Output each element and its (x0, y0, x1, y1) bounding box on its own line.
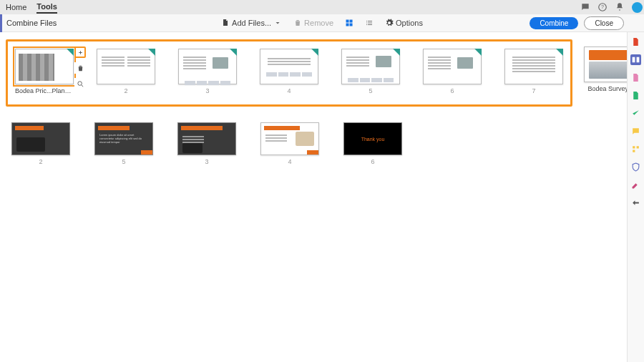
grid-icon (345, 19, 353, 27)
thumb-4-slide[interactable] (260, 49, 318, 84)
app-tabbar: Home Tools ? (0, 0, 644, 14)
dark-thumb-1[interactable]: 2 (11, 122, 70, 165)
tab-tools[interactable]: Tools (36, 1, 57, 14)
gear-icon (385, 19, 394, 27)
thumb-5[interactable]: 5 (341, 49, 400, 94)
options-button[interactable]: Options (381, 17, 426, 29)
rail-edit-pdf-icon[interactable] (630, 72, 641, 83)
avatar[interactable] (632, 2, 643, 13)
list-icon (365, 19, 374, 27)
thumb-2-page: 2 (124, 87, 127, 94)
thumb-6[interactable]: 6 (423, 49, 482, 94)
chevron-down-icon (273, 19, 282, 27)
dark-thumb-5[interactable]: Thank you 6 (343, 122, 402, 165)
rail-combine-files-icon[interactable] (630, 54, 641, 65)
help-icon[interactable]: ? (597, 2, 608, 12)
workspace: Bodea Pric...Plans.ppt 2 3 (0, 32, 644, 362)
chat-icon[interactable] (580, 2, 590, 12)
dogear-icon (67, 49, 74, 56)
survey-thumb[interactable]: Bodea Survey.pdf (584, 47, 627, 92)
trash-icon (293, 19, 302, 27)
zoom-thumb-button[interactable] (74, 78, 86, 89)
thumb-7-page: 7 (532, 87, 535, 94)
add-files-label: Add Files... (232, 19, 271, 27)
dark-1-page: 2 (39, 158, 42, 165)
svg-point-2 (77, 81, 82, 85)
combine-button[interactable]: Combine (530, 17, 578, 29)
thumb-5-page: 5 (369, 87, 372, 94)
close-button[interactable]: Close (584, 16, 624, 30)
dark-thumb-3[interactable]: 3 (177, 122, 236, 165)
thumb-3-slide[interactable] (178, 49, 237, 84)
rail-create-pdf-icon[interactable] (630, 90, 641, 101)
thumb-1-slide[interactable] (15, 49, 74, 84)
thumb-2-slide[interactable] (97, 49, 155, 84)
rail-comment-icon[interactable] (630, 126, 641, 137)
dark-5-page: 6 (371, 158, 374, 165)
thumb-tool-column (74, 47, 86, 89)
delete-thumb-button[interactable] (74, 62, 86, 74)
view-list-button[interactable] (361, 17, 377, 29)
combine-toolbar: Combine Files Add Files... Remove Option… (0, 14, 644, 32)
rail-more-tools-icon[interactable] (630, 197, 641, 208)
dark-thumb-2[interactable]: Lorem ipsum dolor sit amet consectetur a… (94, 122, 153, 165)
right-tool-rail (627, 32, 644, 362)
rail-organize-icon[interactable] (630, 144, 641, 155)
tab-home[interactable]: Home (6, 1, 26, 13)
rail-request-sign-icon[interactable] (630, 108, 641, 119)
add-files-button[interactable]: Add Files... (218, 17, 286, 29)
options-label: Options (396, 19, 423, 27)
expand-button[interactable] (74, 47, 86, 58)
thumb-5-slide[interactable] (341, 49, 400, 84)
thumb-4[interactable]: 4 (260, 49, 318, 94)
thumb-1-caption: Bodea Pric...Plans.ppt (15, 87, 74, 94)
toolbar-center: Add Files... Remove Options (218, 17, 426, 29)
thumb-7[interactable]: 7 (504, 49, 563, 94)
dark-3-page: 3 (205, 158, 208, 165)
thumb-3-page: 3 (205, 87, 209, 94)
bell-icon[interactable] (615, 2, 625, 12)
dark-2-page: 5 (122, 158, 125, 165)
thumb-1[interactable]: Bodea Pric...Plans.ppt (15, 49, 74, 94)
thumb-6-slide[interactable] (423, 49, 482, 84)
thumb-4-page: 4 (287, 87, 291, 94)
rail-export-pdf-icon[interactable] (630, 36, 641, 47)
rail-fill-sign-icon[interactable] (630, 180, 641, 190)
dark-thumb-4[interactable]: 4 (260, 122, 319, 165)
dark-4-page: 4 (288, 158, 291, 165)
selection-group: Bodea Pric...Plans.ppt 2 3 (6, 39, 572, 107)
rail-protect-icon[interactable] (630, 162, 641, 172)
thumb-7-slide[interactable] (504, 49, 563, 84)
remove-label: Remove (304, 19, 333, 27)
thumb-3[interactable]: 3 (178, 49, 237, 94)
view-grid-button[interactable] (341, 17, 357, 29)
thumbnail-canvas: Bodea Pric...Plans.ppt 2 3 (0, 32, 627, 362)
header-icons: ? (580, 0, 643, 14)
thumb-6-page: 6 (450, 87, 454, 94)
thumb-2[interactable]: 2 (97, 49, 155, 94)
toolbar-title: Combine Files (2, 19, 57, 27)
svg-text:?: ? (601, 4, 604, 9)
row-2: 2 Lorem ipsum dolor sit amet consectetur… (6, 122, 621, 165)
survey-slide[interactable] (584, 47, 627, 82)
remove-button[interactable]: Remove (290, 17, 337, 29)
survey-caption: Bodea Survey.pdf (588, 85, 627, 92)
toolbar-right: Combine Close (530, 16, 624, 30)
